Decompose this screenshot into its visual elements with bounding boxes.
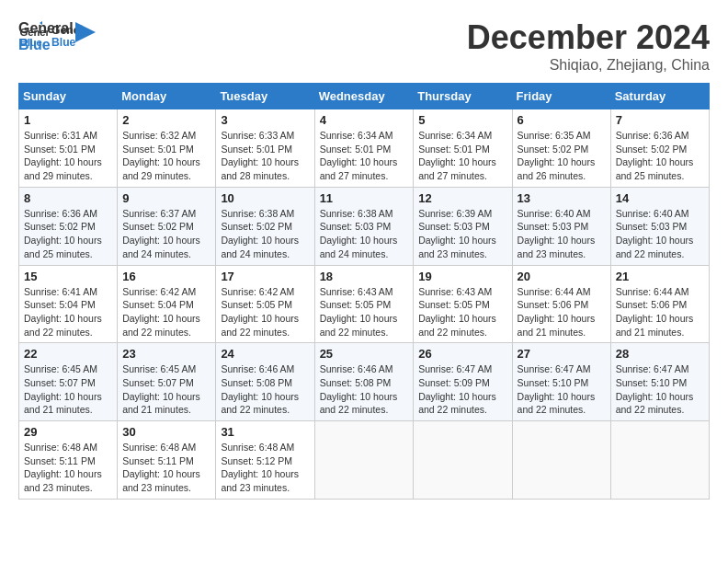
location: Shiqiao, Zhejiang, China	[467, 57, 710, 74]
day-number: 9	[122, 191, 210, 205]
calendar-week-row: 22 Sunrise: 6:45 AMSunset: 5:07 PMDaylig…	[19, 343, 710, 421]
day-number: 26	[418, 347, 506, 361]
day-info: Sunrise: 6:40 AMSunset: 5:03 PMDaylight:…	[518, 208, 596, 259]
calendar-week-row: 15 Sunrise: 6:41 AMSunset: 5:04 PMDaylig…	[19, 265, 710, 343]
month-title: December 2024	[467, 18, 710, 57]
day-number: 21	[616, 270, 704, 283]
weekday-header: Monday	[118, 84, 216, 109]
day-info: Sunrise: 6:44 AMSunset: 5:06 PMDaylight:…	[616, 286, 694, 338]
calendar-cell: 20 Sunrise: 6:44 AMSunset: 5:06 PMDaylig…	[512, 265, 610, 343]
day-info: Sunrise: 6:47 AMSunset: 5:10 PMDaylight:…	[518, 363, 596, 415]
day-info: Sunrise: 6:36 AMSunset: 5:02 PMDaylight:…	[616, 130, 694, 181]
day-number: 16	[122, 270, 210, 283]
day-info: Sunrise: 6:46 AMSunset: 5:08 PMDaylight:…	[221, 363, 299, 415]
day-number: 24	[221, 347, 309, 361]
day-number: 28	[616, 347, 704, 361]
day-number: 5	[418, 113, 506, 127]
calendar-cell: 19 Sunrise: 6:43 AMSunset: 5:05 PMDaylig…	[414, 265, 512, 343]
weekday-header: Thursday	[414, 84, 512, 109]
calendar-cell: 1 Sunrise: 6:31 AMSunset: 5:01 PMDayligh…	[19, 109, 118, 188]
day-info: Sunrise: 6:48 AMSunset: 5:11 PMDaylight:…	[24, 442, 102, 493]
day-number: 23	[122, 347, 210, 361]
day-number: 30	[122, 425, 210, 439]
day-info: Sunrise: 6:34 AMSunset: 5:01 PMDaylight:…	[418, 130, 496, 181]
calendar-cell: 3 Sunrise: 6:33 AMSunset: 5:01 PMDayligh…	[216, 109, 314, 188]
calendar-cell: 12 Sunrise: 6:39 AMSunset: 5:03 PMDaylig…	[414, 187, 512, 265]
calendar-week-row: 1 Sunrise: 6:31 AMSunset: 5:01 PMDayligh…	[19, 109, 710, 188]
svg-marker-6	[75, 22, 96, 42]
day-info: Sunrise: 6:48 AMSunset: 5:12 PMDaylight:…	[221, 442, 299, 493]
day-info: Sunrise: 6:45 AMSunset: 5:07 PMDaylight:…	[24, 363, 102, 415]
day-info: Sunrise: 6:40 AMSunset: 5:03 PMDaylight:…	[616, 208, 694, 259]
day-number: 4	[320, 113, 409, 127]
logo-blue: Blue	[18, 37, 74, 53]
calendar-cell: 24 Sunrise: 6:46 AMSunset: 5:08 PMDaylig…	[216, 343, 314, 421]
day-number: 20	[518, 270, 606, 283]
calendar-cell: 30 Sunrise: 6:48 AMSunset: 5:11 PMDaylig…	[118, 421, 216, 500]
page-header: General Blue General Blue December 2024 …	[18, 18, 710, 74]
weekday-header: Tuesday	[216, 84, 314, 109]
day-number: 15	[24, 270, 112, 283]
day-number: 22	[24, 347, 112, 361]
calendar-cell	[512, 421, 610, 500]
calendar-cell: 23 Sunrise: 6:45 AMSunset: 5:07 PMDaylig…	[118, 343, 216, 421]
day-info: Sunrise: 6:38 AMSunset: 5:03 PMDaylight:…	[320, 208, 398, 259]
calendar-cell: 22 Sunrise: 6:45 AMSunset: 5:07 PMDaylig…	[19, 343, 118, 421]
day-info: Sunrise: 6:43 AMSunset: 5:05 PMDaylight:…	[320, 286, 398, 338]
calendar-cell	[610, 421, 709, 500]
calendar-cell: 14 Sunrise: 6:40 AMSunset: 5:03 PMDaylig…	[610, 187, 709, 265]
calendar-cell: 16 Sunrise: 6:42 AMSunset: 5:04 PMDaylig…	[118, 265, 216, 343]
logo-arrow-icon	[75, 22, 96, 42]
calendar-cell: 26 Sunrise: 6:47 AMSunset: 5:09 PMDaylig…	[414, 343, 512, 421]
calendar-cell: 15 Sunrise: 6:41 AMSunset: 5:04 PMDaylig…	[19, 265, 118, 343]
calendar-week-row: 8 Sunrise: 6:36 AMSunset: 5:02 PMDayligh…	[19, 187, 710, 265]
title-block: December 2024 Shiqiao, Zhejiang, China	[467, 18, 710, 74]
day-info: Sunrise: 6:32 AMSunset: 5:01 PMDaylight:…	[122, 130, 200, 181]
weekday-header: Saturday	[610, 84, 709, 109]
weekday-header: Friday	[512, 84, 610, 109]
day-info: Sunrise: 6:47 AMSunset: 5:10 PMDaylight:…	[616, 363, 694, 415]
calendar-cell: 28 Sunrise: 6:47 AMSunset: 5:10 PMDaylig…	[610, 343, 709, 421]
calendar-cell: 21 Sunrise: 6:44 AMSunset: 5:06 PMDaylig…	[610, 265, 709, 343]
day-number: 14	[616, 191, 704, 205]
day-info: Sunrise: 6:43 AMSunset: 5:05 PMDaylight:…	[418, 286, 496, 338]
calendar-cell	[314, 421, 414, 500]
calendar-cell: 31 Sunrise: 6:48 AMSunset: 5:12 PMDaylig…	[216, 421, 314, 500]
day-info: Sunrise: 6:47 AMSunset: 5:09 PMDaylight:…	[418, 363, 496, 415]
day-number: 18	[320, 270, 409, 283]
calendar-cell: 5 Sunrise: 6:34 AMSunset: 5:01 PMDayligh…	[414, 109, 512, 188]
day-number: 11	[320, 191, 409, 205]
day-info: Sunrise: 6:44 AMSunset: 5:06 PMDaylight:…	[518, 286, 596, 338]
day-info: Sunrise: 6:39 AMSunset: 5:03 PMDaylight:…	[418, 208, 496, 259]
day-info: Sunrise: 6:31 AMSunset: 5:01 PMDaylight:…	[24, 130, 102, 181]
day-info: Sunrise: 6:36 AMSunset: 5:02 PMDaylight:…	[24, 208, 102, 259]
day-info: Sunrise: 6:35 AMSunset: 5:02 PMDaylight:…	[518, 130, 596, 181]
calendar-cell: 29 Sunrise: 6:48 AMSunset: 5:11 PMDaylig…	[19, 421, 118, 500]
calendar-cell: 10 Sunrise: 6:38 AMSunset: 5:02 PMDaylig…	[216, 187, 314, 265]
calendar-header-row: SundayMondayTuesdayWednesdayThursdayFrid…	[19, 84, 710, 109]
day-info: Sunrise: 6:37 AMSunset: 5:02 PMDaylight:…	[122, 208, 200, 259]
day-info: Sunrise: 6:33 AMSunset: 5:01 PMDaylight:…	[221, 130, 299, 181]
calendar-table: SundayMondayTuesdayWednesdayThursdayFrid…	[18, 83, 710, 500]
weekday-header: Sunday	[19, 84, 118, 109]
calendar-cell: 25 Sunrise: 6:46 AMSunset: 5:08 PMDaylig…	[314, 343, 414, 421]
day-number: 2	[122, 113, 210, 127]
calendar-cell: 6 Sunrise: 6:35 AMSunset: 5:02 PMDayligh…	[512, 109, 610, 188]
calendar-cell: 8 Sunrise: 6:36 AMSunset: 5:02 PMDayligh…	[19, 187, 118, 265]
day-info: Sunrise: 6:45 AMSunset: 5:07 PMDaylight:…	[122, 363, 200, 415]
calendar-cell: 13 Sunrise: 6:40 AMSunset: 5:03 PMDaylig…	[512, 187, 610, 265]
day-number: 10	[221, 191, 309, 205]
day-info: Sunrise: 6:41 AMSunset: 5:04 PMDaylight:…	[24, 286, 102, 338]
weekday-header: Wednesday	[314, 84, 414, 109]
day-info: Sunrise: 6:42 AMSunset: 5:05 PMDaylight:…	[221, 286, 299, 338]
day-number: 25	[320, 347, 409, 361]
calendar-cell: 7 Sunrise: 6:36 AMSunset: 5:02 PMDayligh…	[610, 109, 709, 188]
day-number: 27	[518, 347, 606, 361]
logo-container: General Blue	[18, 20, 96, 54]
calendar-cell: 17 Sunrise: 6:42 AMSunset: 5:05 PMDaylig…	[216, 265, 314, 343]
day-info: Sunrise: 6:48 AMSunset: 5:11 PMDaylight:…	[122, 442, 200, 493]
calendar-cell	[414, 421, 512, 500]
day-number: 17	[221, 270, 309, 283]
calendar-cell: 9 Sunrise: 6:37 AMSunset: 5:02 PMDayligh…	[118, 187, 216, 265]
calendar-week-row: 29 Sunrise: 6:48 AMSunset: 5:11 PMDaylig…	[19, 421, 710, 500]
